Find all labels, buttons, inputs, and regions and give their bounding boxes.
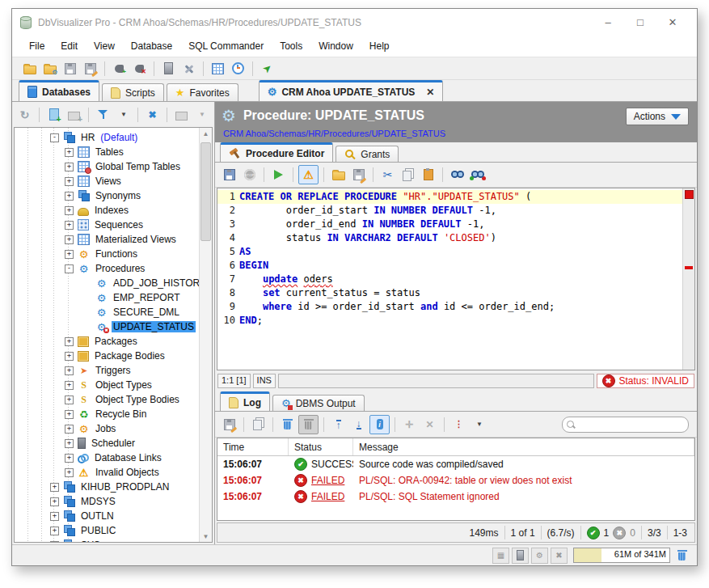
actions-button[interactable]: Actions [626, 108, 689, 125]
row-height-icon[interactable]: ⋮ [449, 416, 468, 434]
tree-expander[interactable]: + [65, 410, 74, 419]
code-lines[interactable]: 1CREATE OR REPLACE PROCEDURE "HR"."UPDAT… [217, 188, 682, 370]
sql-commander-icon[interactable]: ➤ [258, 60, 276, 78]
add-connection-icon[interactable] [44, 106, 63, 124]
code-line-7[interactable]: 7 update oders [217, 273, 682, 286]
tree-item-hr[interactable]: -HR(Default) [15, 130, 199, 145]
menu-view[interactable]: View [87, 38, 122, 54]
cut-icon[interactable]: ✂ [378, 166, 397, 184]
tree-item-database-links[interactable]: +Database Links [15, 451, 199, 465]
connect-icon[interactable]: + [110, 60, 129, 78]
tree-item-tables[interactable]: +Tables [15, 145, 199, 159]
tab-log[interactable]: Log [220, 391, 270, 411]
scroll-down-icon[interactable]: ▼ [200, 531, 212, 542]
column-header-message[interactable]: Message [353, 438, 694, 455]
save-icon[interactable] [61, 60, 79, 78]
scroll-bottom-icon[interactable]: ↓ [349, 416, 368, 434]
copy-icon[interactable] [399, 166, 417, 184]
tab-grants[interactable]: Grants [336, 146, 399, 162]
disconnect-icon[interactable]: ✕ [130, 60, 149, 78]
scrollbar-thumb[interactable] [200, 142, 211, 241]
code-line-4[interactable]: 4 status IN VARCHAR2 DEFAULT 'CLOSED') [217, 231, 682, 245]
expand-rows-icon[interactable]: ✛ [400, 416, 419, 434]
tree-expander[interactable]: + [65, 192, 74, 201]
code-line-8[interactable]: 8 set current_status = status [217, 286, 682, 300]
tab-scripts[interactable]: Scripts [102, 83, 164, 101]
find-replace-icon[interactable] [468, 166, 487, 184]
tab-procedure-editor[interactable]: Procedure Editor [220, 142, 333, 162]
tree-item-sequences[interactable]: +Sequences [15, 218, 199, 232]
tree-item-secure-dml[interactable]: ⚙SECURE_DML [15, 305, 199, 319]
tree-expander[interactable]: + [65, 396, 74, 404]
export-icon[interactable] [220, 416, 238, 434]
tree-item-emp-report[interactable]: ⚙EMP_REPORT [15, 290, 199, 305]
filter-dropdown-icon[interactable]: ▼ [114, 106, 133, 124]
locate-icon[interactable] [172, 106, 191, 124]
menu-window[interactable]: Window [311, 38, 361, 54]
tab-document[interactable]: ⚙ CRM Ahoa UPDATE_STATUS ✕ [259, 80, 444, 101]
refresh-icon[interactable]: ↻ [15, 106, 34, 124]
tree-expander[interactable]: + [65, 235, 74, 244]
tree-item-materialized-views[interactable]: +Materialized Views [15, 232, 199, 247]
tree-item-object-type-bodies[interactable]: +SObject Type Bodies [15, 392, 199, 407]
tree-item-package-bodies[interactable]: +Package Bodies [15, 349, 199, 363]
shrink-rows-icon[interactable]: ✕ [420, 416, 439, 434]
collapse-all-icon[interactable]: ✖ [143, 106, 162, 124]
tab-dbms-output[interactable]: ⚙ DBMS Output [272, 395, 365, 411]
menu-database[interactable]: Database [124, 38, 179, 54]
tree-expander[interactable]: + [50, 527, 59, 535]
tree-expander[interactable]: + [65, 337, 74, 346]
menu-sql-commander[interactable]: SQL Commander [181, 38, 271, 54]
log-row[interactable]: 15:06:07✖FAILEDPL/SQL: ORA-00942: table … [217, 472, 694, 489]
column-header-time[interactable]: Time [217, 438, 289, 455]
column-header-status[interactable]: Status [289, 438, 353, 455]
tool-properties-icon[interactable] [179, 60, 198, 78]
tab-databases[interactable]: Databases [19, 80, 99, 101]
memory-trash-icon[interactable] [673, 547, 691, 565]
tree-item-update-status[interactable]: ⚙✖UPDATE_STATUS [15, 319, 199, 334]
menu-file[interactable]: File [22, 38, 52, 54]
tree-expander[interactable]: + [65, 206, 74, 215]
error-mark-icon[interactable] [685, 190, 694, 199]
tree-expander[interactable]: + [65, 454, 74, 463]
open-folder-icon[interactable] [20, 60, 39, 78]
tree-expander[interactable]: + [50, 497, 59, 506]
tree-expander[interactable]: + [65, 425, 74, 434]
connections-status-icon[interactable] [512, 548, 529, 564]
tree-item-kihub-prodplan[interactable]: +KIHUB_PRODPLAN [15, 480, 199, 494]
tree-item-object-types[interactable]: +SObject Types [15, 378, 199, 392]
memory-gauge[interactable]: 61M of 341M [573, 548, 670, 563]
stop-icon[interactable]: STOP [240, 166, 259, 184]
scroll-top-icon[interactable]: ↑ [329, 416, 348, 434]
tree-item-jobs[interactable]: +⚙Jobs [15, 421, 199, 436]
tree-expander[interactable]: + [65, 381, 74, 390]
tree-item-indexes[interactable]: +Indexes [15, 203, 199, 218]
tree-item-outln[interactable]: +OUTLN [15, 509, 199, 523]
tree-expander[interactable]: + [65, 439, 74, 448]
save-procedure-icon[interactable] [220, 166, 238, 184]
save-as-file-icon[interactable] [349, 166, 368, 184]
maximize-button[interactable]: □ [624, 12, 656, 33]
scroll-up-icon[interactable]: ▲ [200, 128, 212, 139]
code-line-1[interactable]: 1CREATE OR REPLACE PROCEDURE "HR"."UPDAT… [217, 190, 682, 204]
menu-help[interactable]: Help [362, 38, 397, 54]
delete-icon[interactable] [278, 416, 297, 434]
open-file-icon[interactable] [329, 166, 348, 184]
code-editor[interactable]: 1CREATE OR REPLACE PROCEDURE "HR"."UPDAT… [217, 188, 695, 370]
tree-item-invalid-objects[interactable]: +⚠Invalid Objects [15, 465, 199, 480]
delete-all-icon[interactable] [298, 415, 319, 434]
tree-scrollbar[interactable]: ▲ ▼ [199, 128, 212, 542]
tree-expander[interactable]: + [65, 366, 74, 375]
log-row[interactable]: 15:06:07✖FAILEDPL/SQL: SQL Statement ign… [217, 489, 694, 505]
gear-status-icon[interactable]: ⚙ [531, 548, 548, 564]
tree-item-procedures[interactable]: -⚙Procedures [15, 261, 199, 276]
error-line-mark-icon[interactable] [685, 266, 693, 269]
add-folder-icon[interactable] [65, 106, 83, 124]
tree-expander[interactable]: + [65, 250, 74, 259]
log-row[interactable]: 15:06:07✔SUCCESSSource code was compiled… [217, 456, 694, 472]
menu-edit[interactable]: Edit [53, 38, 85, 54]
close-button[interactable]: ✕ [656, 12, 689, 33]
tree-expander[interactable]: - [50, 133, 59, 142]
tree-expander[interactable]: + [65, 352, 74, 361]
tree-item-sys[interactable]: +SYS [15, 538, 199, 542]
